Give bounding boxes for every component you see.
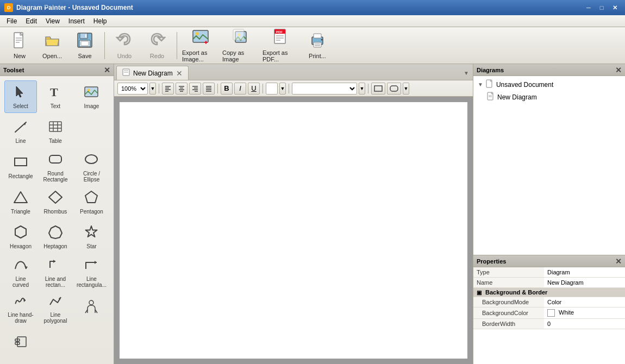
title-bar-controls: ─ □ ✕ bbox=[583, 3, 621, 12]
export-pdf-button[interactable]: PDF Export as PDF... bbox=[262, 30, 300, 61]
font-select[interactable] bbox=[292, 83, 357, 95]
menu-insert[interactable]: Insert bbox=[64, 16, 89, 26]
tool-circle-ellipse[interactable]: Circle / Ellipse bbox=[74, 150, 109, 184]
print-label: Print... bbox=[309, 53, 326, 59]
tool-line-and-rect-label: Line and rectan... bbox=[42, 276, 69, 288]
align-center-button[interactable] bbox=[176, 83, 188, 95]
tool-triangle[interactable]: Triangle bbox=[4, 186, 37, 218]
tool-hexagon[interactable]: Hexagon bbox=[4, 221, 37, 253]
tool-line-hand-draw[interactable]: Line hand-draw bbox=[4, 291, 37, 325]
tab-new-diagram[interactable]: New Diagram ✕ bbox=[116, 66, 189, 80]
toolbar-sep-1 bbox=[104, 32, 105, 59]
tool-component[interactable] bbox=[4, 327, 37, 360]
menu-help[interactable]: Help bbox=[89, 16, 111, 26]
text-shape-icon: T bbox=[48, 84, 63, 102]
open-button[interactable]: Open... bbox=[37, 30, 67, 61]
tab-dropdown-button[interactable]: ▼ bbox=[462, 66, 471, 80]
tool-pentagon-label: Pentagon bbox=[80, 209, 103, 215]
tool-round-rectangle[interactable]: Round Rectangle bbox=[39, 150, 72, 184]
canvas[interactable] bbox=[120, 102, 467, 359]
rounded-shape-button[interactable] bbox=[387, 83, 401, 95]
undo-icon bbox=[116, 32, 133, 52]
tree-item-new-diagram[interactable]: New Diagram bbox=[476, 91, 623, 103]
underline-button[interactable]: U bbox=[248, 83, 260, 95]
svg-rect-22 bbox=[314, 42, 321, 47]
tool-table[interactable]: Table bbox=[39, 115, 72, 148]
watermark: www.pc0359.cn bbox=[27, 1, 72, 8]
svg-point-50 bbox=[89, 300, 93, 305]
font-dropdown-btn[interactable]: ▼ bbox=[359, 83, 365, 95]
minimize-button[interactable]: ─ bbox=[583, 3, 595, 12]
svg-marker-39 bbox=[14, 192, 27, 203]
properties-close-button[interactable]: ✕ bbox=[615, 257, 622, 266]
tool-rhombus[interactable]: Rhombus bbox=[39, 186, 72, 218]
fmt-sep-2 bbox=[217, 84, 218, 93]
export-image-button[interactable]: Export as Image... bbox=[182, 30, 220, 61]
align-right-button[interactable] bbox=[189, 83, 201, 95]
open-label: Open... bbox=[42, 53, 62, 59]
font-color-swatch[interactable] bbox=[266, 83, 278, 95]
undo-button[interactable]: Undo bbox=[109, 30, 140, 61]
menu-view[interactable]: View bbox=[41, 16, 64, 26]
print-button[interactable]: Print... bbox=[302, 30, 333, 61]
zoom-dropdown[interactable]: ▼ bbox=[149, 83, 156, 95]
tool-star[interactable]: Star bbox=[74, 221, 109, 253]
svg-marker-45 bbox=[24, 266, 28, 269]
tool-select[interactable]: Select bbox=[4, 80, 37, 113]
tool-line-rectangular[interactable]: Line rectangula... bbox=[74, 255, 109, 289]
canvas-area[interactable] bbox=[114, 97, 473, 364]
menu-file[interactable]: File bbox=[2, 16, 21, 26]
export-image-label: Export as Image... bbox=[182, 49, 219, 62]
star-shape-icon bbox=[84, 224, 99, 242]
tool-pentagon[interactable]: Pentagon bbox=[74, 186, 109, 218]
fmt-sep-1 bbox=[159, 84, 159, 93]
svg-point-38 bbox=[85, 155, 97, 164]
tool-person[interactable] bbox=[74, 291, 109, 325]
prop-name-label: Name bbox=[473, 278, 544, 288]
tool-image[interactable]: Image bbox=[74, 80, 109, 113]
properties-table: Type Diagram Name New Diagram ▣ Backgrou… bbox=[473, 267, 625, 329]
tool-round-rectangle-label: Round Rectangle bbox=[42, 171, 69, 183]
copy-image-button[interactable]: Copy as Image bbox=[222, 30, 260, 61]
svg-marker-43 bbox=[49, 226, 62, 239]
italic-button[interactable]: I bbox=[234, 83, 246, 95]
diagrams-close-button[interactable]: ✕ bbox=[615, 66, 622, 74]
redo-button[interactable]: Redo bbox=[142, 30, 172, 61]
new-button[interactable]: New bbox=[4, 30, 35, 61]
tool-line-curved[interactable]: Line curved bbox=[4, 255, 37, 289]
copy-image-label: Copy as Image bbox=[222, 49, 259, 62]
zoom-select[interactable]: 100% bbox=[117, 83, 148, 95]
component-shape-icon bbox=[13, 334, 28, 352]
tool-line-and-rect[interactable]: Line and rectan... bbox=[39, 255, 72, 289]
person-shape-icon bbox=[84, 299, 99, 316]
prop-bg-color-value: White bbox=[544, 307, 625, 319]
right-panels: Diagrams ✕ ▼ Unsaved Document New bbox=[473, 64, 625, 364]
save-button[interactable]: Save bbox=[70, 30, 100, 61]
tool-rectangle[interactable]: Rectangle bbox=[4, 150, 37, 184]
heptagon-shape-icon bbox=[48, 224, 63, 242]
tool-line[interactable]: Line bbox=[4, 115, 37, 148]
align-left-button[interactable] bbox=[162, 83, 174, 95]
tool-text[interactable]: T Text bbox=[39, 80, 72, 113]
prop-row-name: Name New Diagram bbox=[473, 278, 625, 288]
close-button[interactable]: ✕ bbox=[609, 3, 621, 12]
open-icon bbox=[43, 32, 61, 52]
menu-edit[interactable]: Edit bbox=[21, 16, 41, 26]
align-justify-button[interactable] bbox=[203, 83, 215, 95]
rect-shape-button[interactable] bbox=[371, 83, 385, 95]
main-toolbar: New Open... Save Undo Redo Export as Ima… bbox=[0, 27, 625, 64]
tree-item-unsaved-doc[interactable]: ▼ Unsaved Document bbox=[476, 78, 623, 91]
prop-border-width-value: 0 bbox=[544, 319, 625, 329]
toolset-close-button[interactable]: ✕ bbox=[104, 66, 110, 74]
bold-button[interactable]: B bbox=[221, 83, 233, 95]
font-color-dropdown[interactable]: ▼ bbox=[279, 83, 286, 95]
tool-line-polygonal[interactable]: Line polygonal bbox=[39, 291, 72, 325]
tree-expand-icon: ▼ bbox=[478, 81, 483, 87]
shape-dropdown-btn[interactable]: ▼ bbox=[403, 83, 409, 95]
maximize-button[interactable]: □ bbox=[596, 3, 608, 12]
prop-bg-color-label: BackgroundColor bbox=[473, 307, 544, 319]
image-shape-icon bbox=[84, 84, 99, 102]
tab-close-button[interactable]: ✕ bbox=[176, 69, 183, 78]
properties-panel-header: Properties ✕ bbox=[473, 255, 625, 267]
tool-heptagon[interactable]: Heptagon bbox=[39, 221, 72, 253]
